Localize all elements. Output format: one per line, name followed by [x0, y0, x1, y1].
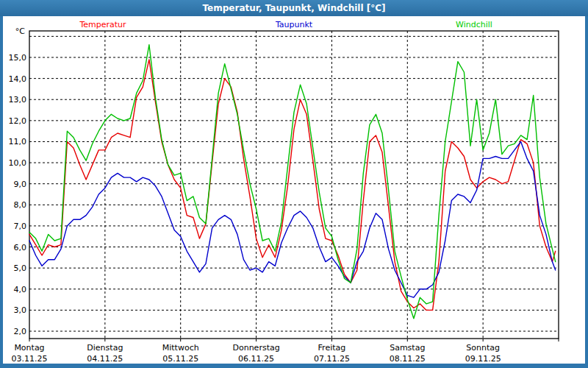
x-day-label: Montag [14, 343, 44, 353]
chart-canvas: 15,014,013,012,011,010,09,08,07,06,05,04… [0, 0, 588, 368]
y-tick-label: 7,0 [14, 222, 27, 231]
x-date-label: 08.11.25 [390, 354, 426, 364]
y-tick-label: 9,0 [14, 180, 27, 189]
x-date-label: 04.11.25 [87, 354, 123, 364]
y-tick-label: 6,0 [14, 243, 27, 252]
x-day-label: Sonntag [466, 343, 500, 353]
y-tick-label: 13,0 [9, 95, 27, 105]
y-tick-label: 3,0 [14, 305, 27, 315]
y-tick-label: 10,0 [9, 158, 27, 168]
series-line-taupunkt [29, 142, 556, 298]
y-tick-label: 5,0 [14, 263, 27, 273]
x-day-label: Dienstag [87, 343, 123, 353]
x-date-label: 07.11.25 [314, 354, 350, 364]
x-date-label: 09.11.25 [465, 354, 501, 364]
x-date-label: 06.11.25 [238, 354, 274, 364]
y-tick-label: 14,0 [9, 74, 27, 84]
x-day-label: Donnerstag [232, 343, 279, 353]
chart-window: Temperatur, Taupunkt, Windchill [°C] 15,… [0, 0, 588, 368]
y-axis-unit-label: °C [0, 26, 25, 36]
x-day-label: Freitag [318, 343, 346, 353]
x-day-label: Samstag [390, 343, 425, 353]
y-tick-label: 8,0 [14, 200, 27, 210]
legend-taupunkt: Taupunkt [276, 20, 312, 29]
x-day-label: Mittwoch [162, 343, 199, 353]
x-date-label: 03.11.25 [12, 354, 48, 364]
legend-temperatur: Temperatur [79, 20, 126, 29]
y-tick-label: 12,0 [9, 116, 27, 126]
series-line-temperatur [29, 60, 556, 311]
y-tick-label: 11,0 [9, 137, 27, 146]
y-tick-label: 4,0 [14, 285, 27, 294]
legend-windchill: Windchill [456, 20, 492, 29]
y-tick-label: 2,0 [14, 327, 27, 336]
y-tick-label: 15,0 [9, 53, 27, 63]
x-date-label: 05.11.25 [162, 354, 198, 364]
